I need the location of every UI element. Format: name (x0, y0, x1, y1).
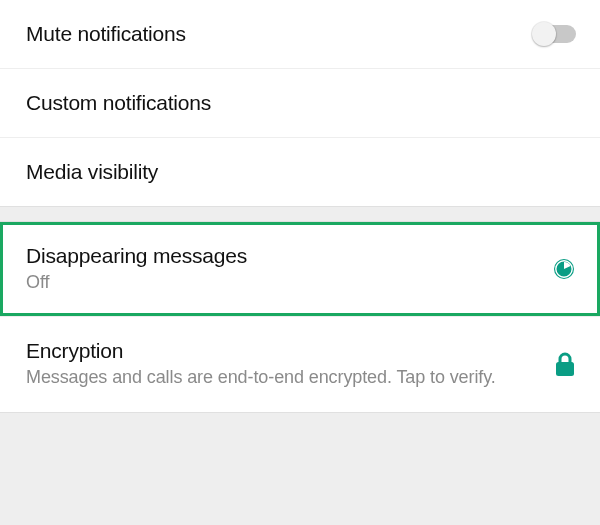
privacy-section: Disappearing messages Off Encryption Mes… (0, 222, 600, 412)
disappearing-messages-title: Disappearing messages (26, 244, 247, 268)
encryption-title: Encryption (26, 339, 496, 363)
timer-icon (552, 257, 576, 281)
media-visibility-title: Media visibility (26, 160, 158, 184)
svg-rect-2 (556, 362, 574, 376)
disappearing-messages-subtitle: Off (26, 270, 247, 294)
bottom-divider (0, 412, 600, 422)
mute-notifications-row[interactable]: Mute notifications (0, 0, 600, 68)
custom-notifications-title: Custom notifications (26, 91, 211, 115)
custom-notifications-row[interactable]: Custom notifications (0, 68, 600, 137)
section-divider (0, 206, 600, 222)
notifications-section: Mute notifications Custom notifications … (0, 0, 600, 206)
mute-notifications-title: Mute notifications (26, 22, 186, 46)
lock-icon (554, 351, 576, 377)
encryption-row[interactable]: Encryption Messages and calls are end-to… (0, 316, 600, 411)
encryption-subtitle: Messages and calls are end-to-end encryp… (26, 365, 496, 389)
media-visibility-row[interactable]: Media visibility (0, 137, 600, 206)
disappearing-messages-row[interactable]: Disappearing messages Off (0, 222, 600, 316)
mute-notifications-toggle[interactable] (534, 25, 576, 43)
toggle-thumb (532, 22, 556, 46)
